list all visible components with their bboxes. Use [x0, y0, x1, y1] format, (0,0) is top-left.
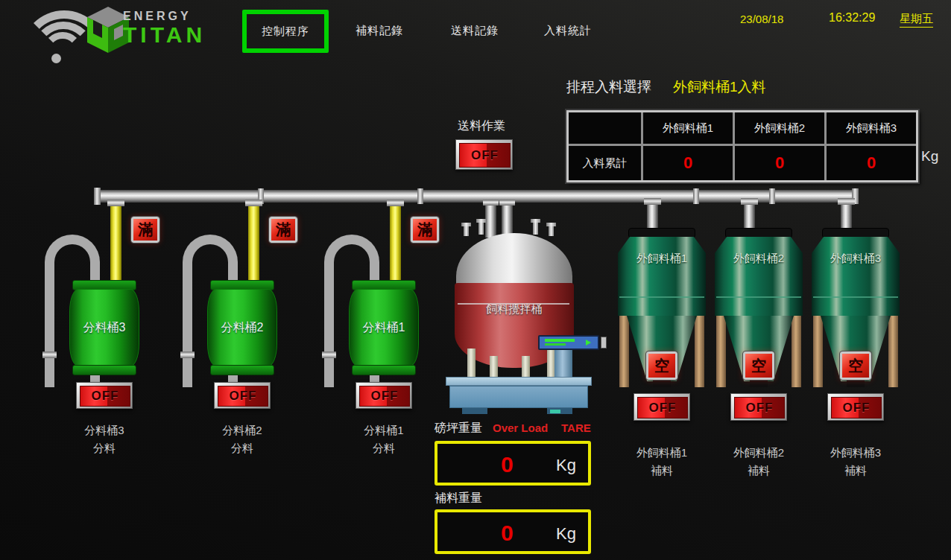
conveyor-label: 送料作業 [458, 118, 505, 134]
hopper-caption: 外飼料桶3 補料 [811, 444, 900, 480]
pipe-joint [741, 198, 758, 205]
tank-caption-line2: 分料 [63, 439, 145, 457]
hopper-name-wrap: 外飼料桶3 [812, 252, 900, 266]
divider-tank-group: 滿 分料桶1 OFF 分料桶1 分料 [313, 186, 455, 469]
tare-indicator: TARE [561, 421, 591, 434]
mixer-group: 飼料攪拌桶 [440, 216, 611, 417]
feed-hopper-switch[interactable]: OFF [827, 393, 884, 421]
tank-body: 分料桶1 [349, 289, 419, 366]
hopper-name: 外飼料桶2 [733, 252, 784, 266]
mixer-nozzle [478, 222, 484, 235]
table-unit-label: Kg [921, 148, 938, 165]
tank-caption: 分料桶3 分料 [63, 421, 145, 457]
hopper-caption-line2: 補料 [811, 462, 900, 480]
divider-tank-group: 滿 分料桶3 OFF 分料桶3 分料 [34, 186, 175, 469]
table-row-header: 入料累計 [569, 146, 641, 180]
intake-table: 外飼料桶1 外飼料桶2 外飼料桶3 入料累計 0 0 0 [566, 110, 918, 182]
full-status-badge: 滿 [131, 217, 159, 243]
divider-tank-switch-state: OFF [218, 386, 268, 407]
hopper-top-cap [628, 228, 695, 238]
hopper-leg [716, 316, 726, 387]
mixer-nozzle [533, 222, 538, 235]
tank-bottom-cap [210, 365, 274, 375]
tank-caption-line2: 分料 [343, 439, 425, 457]
hopper-leg [619, 316, 629, 387]
conveyor-switch[interactable]: OFF [455, 139, 513, 170]
feed-hopper-switch-state: OFF [831, 397, 882, 419]
pipe-joint [42, 351, 57, 358]
table-col-header: 外飼料桶2 [735, 112, 824, 144]
hopper-name: 外飼料桶3 [830, 252, 881, 266]
hopper-top-cap [725, 228, 792, 238]
full-status-badge: 滿 [269, 217, 297, 243]
hopper-outlet [847, 380, 865, 387]
feed-drop-pipe [248, 201, 259, 281]
feed-drop-pipe [390, 201, 401, 281]
nav-tab-label: 控制程序 [262, 25, 309, 39]
nav-tab-refill-records[interactable]: 補料記錄 [356, 24, 403, 38]
divider-tank: 分料桶2 [207, 280, 277, 377]
hopper-name: 外飼料桶1 [636, 252, 687, 266]
intake-total-value: 0 [735, 146, 824, 180]
mixer-leg [467, 349, 476, 378]
wifi-icon [21, 9, 92, 70]
table-col-header: 外飼料桶3 [827, 112, 916, 144]
indicator-column [555, 350, 572, 378]
refill-weight-display: 0 Kg [435, 509, 591, 554]
pipe-joint [483, 200, 499, 206]
hopper-leg [888, 316, 898, 387]
nav-tab-intake-statistics[interactable]: 入料統計 [544, 24, 592, 38]
pipe-joint [107, 200, 124, 206]
pipe-joint [387, 200, 404, 206]
platform-foot-cap [550, 410, 560, 413]
indicator-line [545, 343, 566, 346]
divider-tank-switch-state: OFF [80, 386, 130, 407]
divider-tank-group: 滿 分料桶2 OFF 分料桶2 分料 [171, 186, 313, 469]
mixer-dome [456, 233, 572, 285]
scale-indicator [538, 335, 599, 350]
scale-weight-unit: Kg [556, 456, 576, 475]
table-col-header: 外飼料桶1 [643, 112, 733, 144]
tank-name: 分料桶1 [363, 320, 405, 336]
nav-tab-control-program[interactable]: 控制程序 [242, 10, 329, 53]
tank-name: 分料桶2 [221, 320, 264, 336]
divider-tank-switch[interactable]: OFF [356, 382, 412, 409]
tank-body: 分料桶3 [69, 289, 139, 366]
feed-hopper-switch[interactable]: OFF [634, 393, 690, 421]
scale-weight-label: 磅坪重量 [435, 421, 482, 436]
overload-indicator: Over Load [493, 421, 548, 434]
refill-weight-label: 補料重量 [435, 491, 482, 506]
platform-foot [462, 408, 487, 414]
mixer-nozzle [476, 219, 486, 223]
feed-hopper-switch-state: OFF [734, 397, 785, 419]
schedule-selection: 外飼料桶1入料 [673, 77, 766, 97]
hopper-leg [813, 316, 823, 387]
tank-bottom-cap [72, 365, 136, 375]
logo-text-energy: ENERGY [123, 10, 192, 22]
table-corner-cell [569, 112, 641, 144]
nav-tab-delivery-records[interactable]: 送料記錄 [451, 24, 499, 38]
weekday-display: 星期五 [900, 12, 933, 28]
refill-weight-value: 0 [501, 521, 514, 546]
tank-bottom-cap [352, 365, 416, 375]
hopper-caption-line1: 外飼料桶3 [811, 444, 900, 462]
pipe-joint [499, 200, 515, 206]
scale-weight-display: 0 Kg [435, 441, 591, 486]
mixer-seam [458, 303, 569, 305]
pipe-joint [322, 351, 336, 358]
divider-tank-switch[interactable]: OFF [214, 382, 271, 409]
mixer-nozzle [549, 226, 554, 236]
tank-body: 分料桶2 [207, 289, 277, 366]
scale-weight-value: 0 [501, 452, 514, 477]
mixer-nozzle [461, 223, 471, 226]
feed-drop-pipe [110, 201, 121, 281]
feed-hopper-group: 外飼料桶3 空 OFF 外飼料桶3 補料 [785, 186, 926, 484]
divider-tank-switch[interactable]: OFF [76, 382, 133, 409]
divider-tank: 分料桶3 [69, 280, 139, 377]
schedule-label: 排程入料選擇 [566, 77, 651, 97]
scale-platform-body [449, 386, 588, 408]
scale-platform-deck [446, 377, 592, 386]
feed-hopper-switch[interactable]: OFF [730, 393, 787, 421]
divider-tank-switch-state: OFF [359, 386, 410, 407]
hopper-outlet [653, 380, 671, 387]
